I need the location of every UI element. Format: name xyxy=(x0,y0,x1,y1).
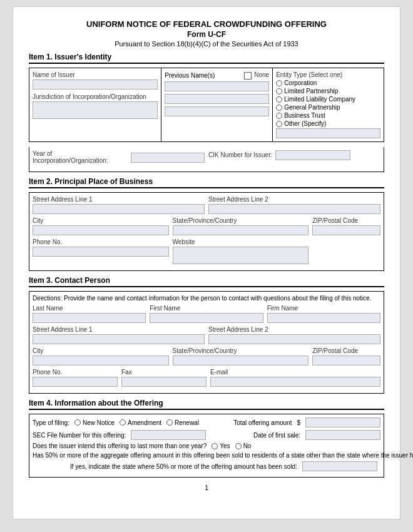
last-name-input[interactable] xyxy=(33,313,146,323)
item3-city-input[interactable] xyxy=(33,356,169,366)
item3-email-label: E-mail xyxy=(210,369,380,376)
issuer-name-label: Name of Issuer xyxy=(33,71,158,78)
cik-input[interactable] xyxy=(275,150,350,160)
first-name-input[interactable] xyxy=(150,313,263,323)
year-cik-row: Year of Incorporation/Organization: CIK … xyxy=(33,150,380,165)
first-name-label: First Name xyxy=(150,305,263,312)
item4-indicate-state-row: If yes, indicate the state where 50% or … xyxy=(33,461,380,471)
radio-one-year-yes-icon xyxy=(212,443,218,449)
item3-phone-row: Phone No. Fax E-mail xyxy=(33,369,380,387)
state-input[interactable] xyxy=(173,225,309,235)
item4-section: Type of filing: New Notice Amendment Ren… xyxy=(29,414,384,478)
zip-input[interactable] xyxy=(312,225,380,235)
item3-zip-input[interactable] xyxy=(312,356,380,366)
city-label: City xyxy=(33,217,169,224)
total-offering-label: Total offering amount xyxy=(233,419,292,426)
issuer-name-input[interactable] xyxy=(33,79,158,90)
prev-names-label: Previous Name(s) xyxy=(165,72,242,79)
street1-label: Street Address Line 1 xyxy=(33,196,205,203)
item3-street2-label: Street Address Line 2 xyxy=(208,326,380,333)
city-col: City xyxy=(33,217,169,235)
item4-header: Item 4. Information about the Offering xyxy=(29,399,384,410)
website-label: Website xyxy=(173,238,309,245)
indicate-state-input[interactable] xyxy=(302,461,377,471)
entity-corporation[interactable]: Corporation xyxy=(276,79,380,86)
phone-col: Phone No. xyxy=(33,238,169,257)
item1-header: Item 1. Issuer's Identity xyxy=(29,53,384,64)
renewal-radio[interactable]: Renewal xyxy=(166,419,199,426)
fifty-pct-label: Has 50% or more of the aggregate offerin… xyxy=(33,452,413,459)
website-input[interactable] xyxy=(173,247,309,264)
new-notice-radio[interactable]: New Notice xyxy=(74,419,115,426)
radio-corporation-icon xyxy=(276,80,282,86)
zip-col: ZIP/Postal Code xyxy=(312,217,380,235)
item3-phone-input[interactable] xyxy=(33,377,118,387)
entity-business-trust[interactable]: Business Trust xyxy=(276,112,380,119)
item3-fax-input[interactable] xyxy=(121,377,206,387)
item3-state-col: State/Province/Country xyxy=(173,347,309,366)
street2-label: Street Address Line 2 xyxy=(208,196,380,203)
one-year-yes-label: Yes xyxy=(220,442,230,449)
entity-other-input[interactable] xyxy=(276,128,380,138)
street1-input[interactable] xyxy=(33,204,205,214)
item3-street-row: Street Address Line 1 Street Address Lin… xyxy=(33,326,380,344)
item3-header: Item 3. Contact Person xyxy=(29,276,384,287)
item2-header: Item 2. Principal Place of Business xyxy=(29,177,384,188)
page-title: UNIFORM NOTICE OF FEDERAL CROWDFUNDING O… xyxy=(29,19,384,29)
radio-one-year-no-icon xyxy=(235,443,242,449)
item3-phone-col: Phone No. xyxy=(33,369,118,387)
prev-name-input-2[interactable] xyxy=(165,94,269,104)
entity-llc[interactable]: Limited Liability Company xyxy=(276,96,380,103)
last-more-year-label: Does the issuer intend this offering to … xyxy=(33,442,206,449)
jurisdiction-label: Jurisdiction of Incorporation/Organizati… xyxy=(33,93,158,100)
phone-label: Phone No. xyxy=(33,238,169,245)
entity-other[interactable]: Other (Specify) xyxy=(276,120,380,127)
total-offering-input[interactable] xyxy=(305,417,380,427)
item4-fifty-pct-section: Has 50% or more of the aggregate offerin… xyxy=(33,452,380,459)
renewal-label: Renewal xyxy=(175,419,199,426)
one-year-yes-radio[interactable]: Yes xyxy=(212,442,230,449)
one-year-no-radio[interactable]: No xyxy=(235,442,252,449)
phone-input[interactable] xyxy=(33,247,169,257)
page-reference: Pursuant to Section 18(b)(4)(C) of the S… xyxy=(29,40,384,48)
jurisdiction-input[interactable] xyxy=(33,101,158,119)
radio-renewal-icon xyxy=(166,419,173,426)
last-name-col: Last Name xyxy=(33,305,146,323)
zip-label: ZIP/Postal Code xyxy=(312,217,380,224)
item3-state-input[interactable] xyxy=(173,356,309,366)
item4-sec-row: SEC File Number for this offering: Date … xyxy=(33,430,380,440)
cik-group: CIK Number for Issuer: xyxy=(208,150,380,160)
item3-email-input[interactable] xyxy=(210,377,380,387)
year-input[interactable] xyxy=(131,153,205,163)
item3-street1-col: Street Address Line 1 xyxy=(33,326,205,344)
dollar-sign: $ xyxy=(297,419,300,426)
item3-street1-input[interactable] xyxy=(33,334,205,344)
page: UNIFORM NOTICE OF FEDERAL CROWDFUNDING O… xyxy=(13,6,400,519)
prev-name-input-3[interactable] xyxy=(165,106,269,116)
firm-name-input[interactable] xyxy=(267,313,380,323)
one-year-no-label: No xyxy=(243,442,252,449)
new-notice-label: New Notice xyxy=(83,419,115,426)
sec-file-input[interactable] xyxy=(131,430,206,440)
website-col: Website xyxy=(173,238,309,264)
firm-name-label: Firm Name xyxy=(267,305,380,312)
street2-input[interactable] xyxy=(208,204,380,214)
amendment-radio[interactable]: Amendment xyxy=(120,419,161,426)
sec-file-label: SEC File Number for this offering: xyxy=(33,432,126,439)
prev-name-input-1[interactable] xyxy=(165,81,269,91)
entity-limited-partnership[interactable]: Limited Partnership xyxy=(276,88,380,95)
date-first-sale-input[interactable] xyxy=(305,430,380,440)
first-name-col: First Name xyxy=(150,305,263,323)
radio-bt-icon xyxy=(276,113,282,119)
cik-label: CIK Number for Issuer: xyxy=(208,151,272,158)
indicate-state-label: If yes, indicate the state where 50% or … xyxy=(33,463,297,470)
none-checkbox[interactable] xyxy=(244,72,252,79)
item3-zip-label: ZIP/Postal Code xyxy=(312,347,380,354)
entity-general-partnership[interactable]: General Partnership xyxy=(276,104,380,111)
last-name-label: Last Name xyxy=(33,305,146,312)
radio-amendment-icon xyxy=(120,419,126,426)
city-input[interactable] xyxy=(33,225,169,235)
radio-gp-icon xyxy=(276,105,282,111)
item3-street2-input[interactable] xyxy=(208,334,380,344)
radio-new-notice-icon xyxy=(74,419,81,426)
